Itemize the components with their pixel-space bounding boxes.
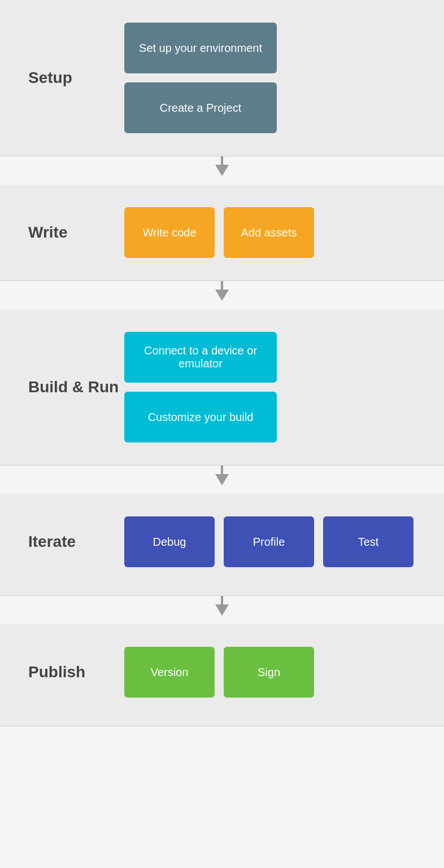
setup-buttons: Set up your environment Create a Project bbox=[124, 23, 277, 133]
arrow-down-icon-2 bbox=[215, 290, 229, 301]
set-up-env-button[interactable]: Set up your environment bbox=[124, 23, 277, 73]
arrow-down-icon-3 bbox=[215, 474, 229, 485]
profile-button[interactable]: Profile bbox=[224, 516, 314, 567]
add-assets-button[interactable]: Add assets bbox=[224, 207, 314, 258]
setup-label: Setup bbox=[0, 69, 124, 87]
write-label: Write bbox=[0, 223, 124, 242]
iterate-buttons: Debug Profile Test bbox=[124, 516, 413, 567]
iterate-label: Iterate bbox=[0, 533, 124, 551]
arrow-1 bbox=[0, 156, 444, 185]
create-project-button[interactable]: Create a Project bbox=[124, 82, 277, 133]
arrow-down-icon-4 bbox=[215, 604, 229, 616]
write-section: Write Write code Add assets bbox=[0, 185, 444, 281]
write-buttons: Write code Add assets bbox=[124, 207, 444, 258]
customize-build-button[interactable]: Customize your build bbox=[124, 392, 277, 442]
arrow-4 bbox=[0, 596, 444, 624]
arrow-down-icon-1 bbox=[215, 165, 229, 176]
arrow-3 bbox=[0, 466, 444, 494]
iterate-section: Iterate Debug Profile Test bbox=[0, 494, 444, 596]
publish-buttons: Version Sign bbox=[124, 647, 444, 698]
buildrun-buttons: Connect to a device or emulator Customiz… bbox=[124, 332, 277, 442]
buildrun-label: Build & Run bbox=[0, 378, 124, 396]
write-code-button[interactable]: Write code bbox=[124, 207, 215, 258]
buildrun-section: Build & Run Connect to a device or emula… bbox=[0, 309, 444, 466]
arrow-2 bbox=[0, 281, 444, 309]
setup-section: Setup Set up your environment Create a P… bbox=[0, 0, 444, 156]
version-button[interactable]: Version bbox=[124, 647, 215, 698]
test-button[interactable]: Test bbox=[323, 516, 413, 567]
sign-button[interactable]: Sign bbox=[224, 647, 314, 698]
connect-device-button[interactable]: Connect to a device or emulator bbox=[124, 332, 277, 383]
publish-label: Publish bbox=[0, 663, 124, 681]
publish-section: Publish Version Sign bbox=[0, 624, 444, 726]
debug-button[interactable]: Debug bbox=[124, 516, 215, 567]
